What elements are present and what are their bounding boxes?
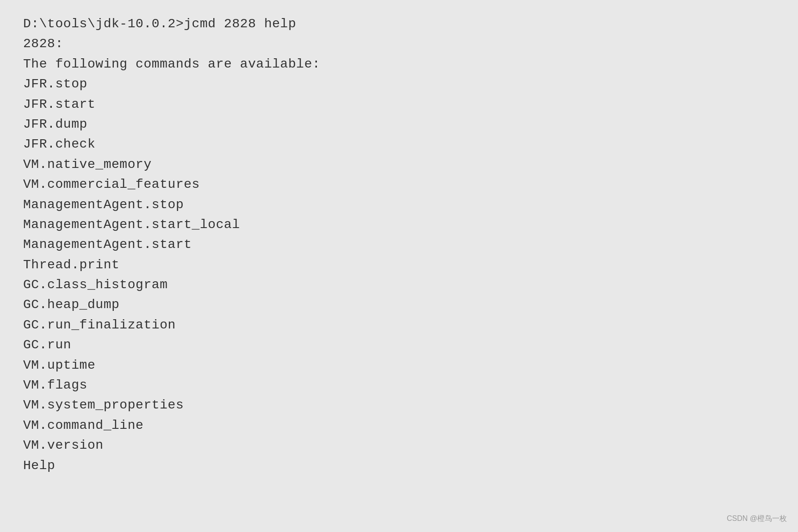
terminal-line-19: VM.system_properties (23, 395, 775, 415)
terminal-container: D:\tools\jdk-10.0.2>jcmd 2828 help2828:T… (0, 0, 798, 532)
terminal-line-12: Thread.print (23, 255, 775, 275)
terminal-line-3: JFR.stop (23, 74, 775, 94)
terminal-line-9: ManagementAgent.stop (23, 195, 775, 215)
terminal-output: D:\tools\jdk-10.0.2>jcmd 2828 help2828:T… (23, 14, 775, 476)
terminal-line-4: JFR.start (23, 94, 775, 114)
terminal-line-1: 2828: (23, 34, 775, 54)
terminal-line-15: GC.run_finalization (23, 315, 775, 335)
terminal-line-21: VM.version (23, 435, 775, 455)
terminal-line-8: VM.commercial_features (23, 174, 775, 194)
terminal-line-14: GC.heap_dump (23, 295, 775, 315)
terminal-line-22: Help (23, 456, 775, 476)
terminal-line-6: JFR.check (23, 134, 775, 154)
terminal-line-18: VM.flags (23, 375, 775, 395)
terminal-line-17: VM.uptime (23, 355, 775, 375)
terminal-line-7: VM.native_memory (23, 155, 775, 174)
terminal-line-13: GC.class_histogram (23, 275, 775, 295)
terminal-line-5: JFR.dump (23, 114, 775, 134)
terminal-line-16: GC.run (23, 335, 775, 355)
watermark: CSDN @橙鸟一枚 (727, 514, 787, 524)
terminal-line-11: ManagementAgent.start (23, 235, 775, 254)
terminal-line-0: D:\tools\jdk-10.0.2>jcmd 2828 help (23, 14, 775, 34)
terminal-line-20: VM.command_line (23, 415, 775, 435)
terminal-line-10: ManagementAgent.start_local (23, 215, 775, 235)
terminal-line-2: The following commands are available: (23, 54, 775, 74)
